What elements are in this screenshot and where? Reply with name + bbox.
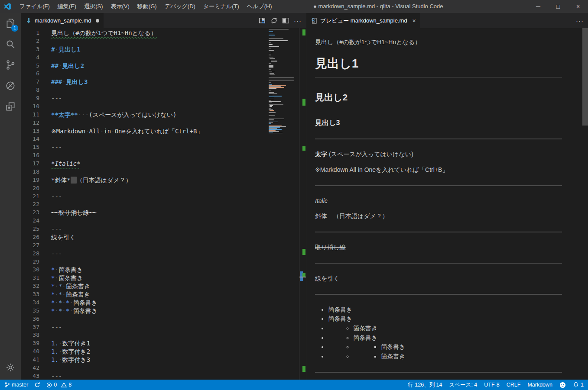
editor-line[interactable]: 18 [21,168,269,176]
eol-item[interactable]: CRLF [507,382,521,388]
git-branch-item[interactable]: master [4,382,28,388]
encoding-item[interactable]: UTF-8 [484,382,499,388]
problems-item[interactable]: 0 8 [46,382,71,388]
preview-scrollbar[interactable] [582,28,588,126]
maximize-button[interactable]: □ [548,0,568,13]
editor[interactable]: 1見出し（#の数が1つでH1~Hnとなる）23#·見出し145##·見出し267… [21,28,306,380]
more-actions-icon[interactable]: ··· [576,19,584,23]
overview-ruler[interactable] [299,28,306,380]
editor-line[interactable]: 32*·*·箇条書き [21,282,269,290]
editor-line[interactable]: 34*·*·*·箇条書き [21,299,269,307]
editor-line[interactable]: 14 [21,135,269,143]
editor-line[interactable]: 9--- [21,94,269,103]
feedback-item[interactable] [559,382,566,388]
editor-line[interactable]: 16 [21,151,269,160]
close-button[interactable]: × [568,0,588,13]
menu-item[interactable]: 表示(V) [107,0,133,13]
editor-line[interactable]: 11**太字**···(スペースが入ってはいけない) [21,111,269,119]
settings-gear-icon[interactable] [0,357,21,378]
source-control-icon[interactable] [0,55,21,75]
editor-line[interactable]: 42 [21,364,269,372]
editor-line[interactable]: 10 [21,103,269,111]
editor-line[interactable]: 37--- [21,323,269,332]
editor-line[interactable]: 24 [21,217,269,225]
editor-line[interactable]: 6 [21,70,269,78]
preview-list-item: 箇条書き [328,352,562,361]
editor-line[interactable]: 38 [21,331,269,339]
menu-item[interactable]: ファイル(F) [16,0,54,13]
editor-line[interactable]: 36 [21,315,269,323]
editor-line[interactable]: 33*·*·箇条書き [21,290,269,299]
editor-line[interactable]: 19*斜体* （日本語はダメ？） [21,176,269,184]
code-token: --- [51,373,62,380]
language-item[interactable]: Markdown [527,382,552,388]
editor-line[interactable]: 25--- [21,225,269,233]
tab-markdown-sample[interactable]: markdown_sample.md [21,13,104,28]
editor-line[interactable]: 28--- [21,250,269,258]
menu-item[interactable]: デバッグ(D) [161,0,199,13]
cursor-position-item[interactable]: 行 126、列 14 [408,381,442,389]
code-token: * [66,307,69,314]
editor-line[interactable]: 35*·*·*·箇条書き [21,307,269,315]
open-preview-icon[interactable] [259,17,266,24]
minimap-row [269,115,275,115]
close-tab-icon[interactable]: × [413,17,416,24]
preview-heading: 見出し1 [315,54,562,77]
editor-line[interactable]: 13※Markdown·All·in·Oneを入れていれば「Ctrl+B」 [21,127,269,135]
extensions-icon[interactable] [0,96,21,117]
minimap[interactable] [269,29,299,134]
editor-line[interactable]: 22 [21,200,269,209]
editor-line[interactable]: 411.·数字付き3 [21,356,269,364]
notifications-item[interactable]: 1 [573,382,584,388]
line-number: 41 [21,356,39,364]
editor-line[interactable]: 3#·見出し1 [21,45,269,54]
more-actions-icon[interactable]: ··· [294,19,302,23]
split-editor-icon[interactable] [282,17,289,24]
editor-line[interactable]: 391.·数字付き1 [21,339,269,348]
editor-line[interactable]: 20 [21,184,269,193]
editor-line[interactable]: 30*·箇条書き [21,266,269,274]
editor-line[interactable]: 8 [21,86,269,94]
explorer-badge: 1 [11,25,18,32]
debug-icon[interactable] [0,75,21,96]
code-token: 箇条書き [66,291,90,298]
code-token: (スペースが入ってはいけない) [89,111,176,118]
editor-line[interactable]: 12 [21,119,269,127]
minimap-row [269,119,274,120]
editor-line[interactable]: 401.·数字付き2 [21,348,269,356]
editor-line[interactable]: 29 [21,258,269,266]
menu-item[interactable]: ヘルプ(H) [243,0,276,13]
tab-preview[interactable]: プレビュー markdown_sample.md × [306,13,420,28]
editor-line[interactable]: 26線を引く [21,233,269,242]
line-content: #·見出し1 [51,45,81,54]
editor-line[interactable]: 1見出し（#の数が1つでH1~Hnとなる） [21,29,269,37]
editor-line[interactable]: 7###·見出し3 [21,78,269,86]
refresh-icon[interactable] [270,17,278,24]
editor-line[interactable]: 27 [21,242,269,250]
editor-line[interactable]: 5##·見出し2 [21,62,269,70]
menu-item[interactable]: ターミナル(T) [199,0,243,13]
editor-line[interactable]: 31*·箇条書き [21,274,269,282]
editor-line[interactable]: 23~~取り消し線~~ [21,209,269,217]
code-token: --- [51,144,62,151]
editor-line[interactable]: 43--- [21,372,269,380]
minimap-row [269,35,275,35]
code-token: 見出し（#の数が1つでH1~Hnとなる） [51,29,157,36]
editor-line[interactable]: 15--- [21,143,269,151]
menu-item[interactable]: 編集(E) [54,0,80,13]
line-number: 27 [21,242,39,250]
search-icon[interactable] [0,34,21,55]
menu-item[interactable]: 移動(G) [133,0,161,13]
menu-item[interactable]: 選択(S) [80,0,107,13]
line-content: 1.·数字付き2 [51,348,90,356]
minimap-row [269,129,282,129]
editor-line[interactable]: 2 [21,37,269,45]
modified-dot-icon[interactable] [96,19,99,23]
minimize-button[interactable]: ─ [528,0,548,13]
sync-item[interactable] [34,382,40,388]
indentation-item[interactable]: スペース: 4 [449,381,478,389]
explorer-icon[interactable]: 1 [0,13,21,34]
editor-line[interactable]: 21--- [21,193,269,201]
editor-line[interactable]: 4 [21,54,269,62]
editor-line[interactable]: 17*Italic* [21,160,269,168]
